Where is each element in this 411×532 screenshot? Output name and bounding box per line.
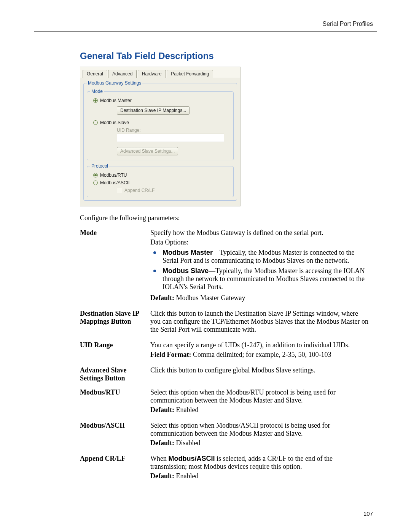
radio-modbus-slave[interactable]: Modbus Slave bbox=[93, 120, 230, 125]
field-term: Append CR/LF bbox=[80, 452, 150, 485]
checkbox-append-crlf[interactable]: Append CR/LF bbox=[117, 188, 230, 193]
tab-advanced[interactable]: Advanced bbox=[108, 70, 137, 78]
option-item: Modbus Slave—Typically, the Modbus Maste… bbox=[159, 266, 369, 292]
table-row: Destination Slave IP Mappings ButtonClic… bbox=[80, 307, 369, 338]
radio-modbus-rtu[interactable]: Modbus/RTU bbox=[93, 173, 230, 178]
radio-modbus-slave-label: Modbus Slave bbox=[100, 120, 129, 125]
tab-packet-forwarding[interactable]: Packet Forwarding bbox=[167, 70, 213, 78]
field-default: Default: Disabled bbox=[150, 439, 369, 447]
field-description: Click this button to launch the Destinat… bbox=[150, 307, 369, 338]
field-description: You can specify a range of UIDs (1-247),… bbox=[150, 338, 369, 363]
table-row: UID RangeYou can specify a range of UIDs… bbox=[80, 338, 369, 363]
group-protocol-legend: Protocol bbox=[90, 163, 109, 169]
radio-dot-icon bbox=[93, 173, 98, 177]
tab-general[interactable]: General bbox=[83, 70, 107, 78]
radio-modbus-ascii-label: Modbus/ASCII bbox=[100, 180, 129, 185]
field-term: UID Range bbox=[80, 338, 150, 363]
option-item: Modbus Master—Typically, the Modbus Mast… bbox=[159, 248, 369, 266]
table-row: Advanced Slave Settings ButtonClick this… bbox=[80, 363, 369, 385]
description-line: Specify how the Modbus Gateway is define… bbox=[150, 229, 369, 237]
field-description: Specify how the Modbus Gateway is define… bbox=[150, 226, 369, 307]
intro-paragraph: Configure the following parameters: bbox=[80, 214, 369, 222]
radio-modbus-rtu-label: Modbus/RTU bbox=[100, 173, 127, 178]
tab-hardware[interactable]: Hardware bbox=[138, 70, 166, 78]
group-modbus-gateway-settings: Modbus Gateway Settings Mode Modbus Mast… bbox=[83, 80, 237, 201]
advanced-slave-settings-button[interactable]: Advanced Slave Settings... bbox=[117, 147, 178, 155]
field-term: Advanced Slave Settings Button bbox=[80, 363, 150, 385]
description-line: Click this button to configure global Mo… bbox=[150, 366, 369, 374]
destination-slave-ip-mappings-button[interactable]: Destination Slave IP Mappings... bbox=[117, 106, 190, 115]
field-default: Default: Enabled bbox=[150, 406, 369, 414]
option-name: Modbus Slave bbox=[162, 267, 209, 275]
field-term: Modbus/RTU bbox=[80, 385, 150, 419]
field-term: Modbus/ASCII bbox=[80, 419, 150, 452]
uid-range-input[interactable] bbox=[117, 134, 224, 142]
field-default: Default: Enabled bbox=[150, 472, 369, 480]
field-description: Click this button to configure global Mo… bbox=[150, 363, 369, 385]
description-line: Data Options: bbox=[150, 238, 369, 246]
table-row: Modbus/RTUSelect this option when the Mo… bbox=[80, 385, 369, 419]
uid-range-label: UID Range: bbox=[117, 128, 230, 133]
field-term: Mode bbox=[80, 226, 150, 307]
field-format: Field Format: Comma delimited; for examp… bbox=[150, 351, 369, 359]
field-descriptions-table: ModeSpecify how the Modbus Gateway is de… bbox=[80, 226, 369, 485]
page-number: 107 bbox=[363, 510, 373, 517]
append-crlf-label: Append CR/LF bbox=[124, 188, 155, 193]
group-mode: Mode Modbus Master Destination Slave IP … bbox=[87, 89, 234, 160]
radio-modbus-ascii[interactable]: Modbus/ASCII bbox=[93, 180, 230, 185]
field-description: When Modbus/ASCII is selected, adds a CR… bbox=[150, 452, 369, 485]
radio-dot-icon bbox=[93, 181, 98, 185]
field-description: Select this option when the Modbus/RTU p… bbox=[150, 385, 369, 419]
dialog-screenshot: General Advanced Hardware Packet Forward… bbox=[80, 67, 241, 206]
running-head: Serial Port Profiles bbox=[34, 18, 377, 27]
option-list: Modbus Master—Typically, the Modbus Mast… bbox=[150, 248, 369, 292]
section-title: General Tab Field Descriptions bbox=[80, 51, 369, 61]
tabstrip: General Advanced Hardware Packet Forward… bbox=[80, 67, 240, 78]
field-default: Default: Modbus Master Gateway bbox=[150, 294, 369, 302]
description-line: You can specify a range of UIDs (1-247),… bbox=[150, 341, 369, 349]
description-line: Select this option when the Modbus/RTU p… bbox=[150, 388, 369, 404]
checkbox-icon bbox=[117, 188, 122, 193]
table-row: Modbus/ASCIISelect this option when Modb… bbox=[80, 419, 369, 452]
field-term: Destination Slave IP Mappings Button bbox=[80, 307, 150, 338]
radio-modbus-master[interactable]: Modbus Master bbox=[93, 98, 230, 103]
option-name: Modbus Master bbox=[162, 249, 213, 256]
description-line: When Modbus/ASCII is selected, adds a CR… bbox=[150, 455, 369, 471]
table-row: Append CR/LFWhen Modbus/ASCII is selecte… bbox=[80, 452, 369, 485]
group-protocol: Protocol Modbus/RTU Modbus/ASCII Append … bbox=[87, 163, 234, 197]
description-line: Select this option when Modbus/ASCII pro… bbox=[150, 422, 369, 438]
description-line: Click this button to launch the Destinat… bbox=[150, 310, 369, 334]
radio-dot-icon bbox=[93, 98, 98, 103]
table-row: ModeSpecify how the Modbus Gateway is de… bbox=[80, 226, 369, 307]
group-mode-legend: Mode bbox=[90, 89, 104, 94]
group-modbus-gateway-legend: Modbus Gateway Settings bbox=[87, 80, 142, 86]
radio-modbus-master-label: Modbus Master bbox=[100, 98, 132, 103]
field-description: Select this option when Modbus/ASCII pro… bbox=[150, 419, 369, 452]
radio-dot-icon bbox=[93, 120, 98, 125]
